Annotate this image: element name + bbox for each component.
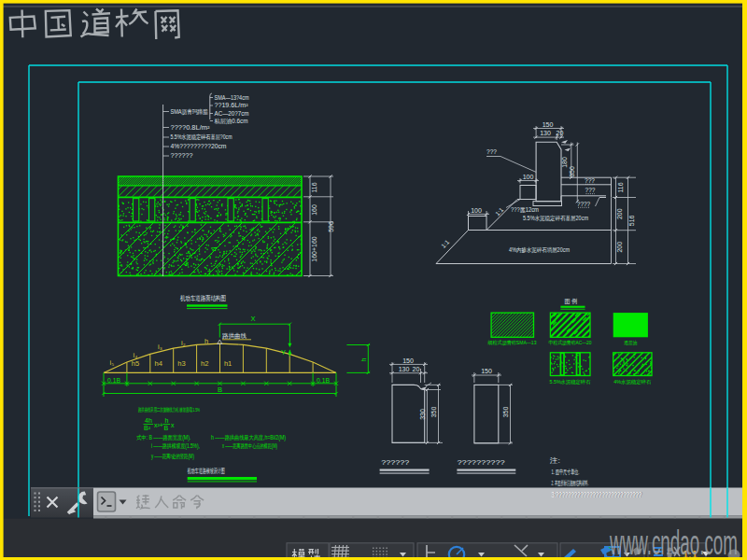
- svg-text:???: ???: [585, 177, 595, 184]
- svg-text:596: 596: [328, 221, 334, 232]
- svg-text:h ——路拱曲线最大高度,h=Bi/2(M): h ——路拱曲线最大高度,h=Bi/2(M): [211, 434, 286, 441]
- svg-text:机动车道路横坡设计图: 机动车道路横坡设计图: [188, 467, 225, 475]
- svg-text:Y: Y: [281, 348, 286, 357]
- svg-text:中粒式沥青砟AC—20: 中粒式沥青砟AC—20: [549, 340, 592, 346]
- svg-text:1. 图中尺寸单位.: 1. 图中尺寸单位.: [551, 469, 579, 476]
- svg-text:i₄: i₄: [134, 351, 138, 359]
- svg-text:AC—20?7cm: AC—20?7cm: [215, 110, 249, 117]
- svg-text:粘层油0.6cm: 粘层油0.6cm: [215, 118, 248, 125]
- svg-text:200: 200: [617, 208, 624, 219]
- svg-text:???厖12cm: ???厖12cm: [511, 206, 539, 214]
- svg-text:2. 本图所标注路面结构材料.: 2. 本图所标注路面结构材料.: [551, 479, 588, 487]
- svg-text:4%?????????20cm: 4%?????????20cm: [171, 143, 228, 149]
- svg-text:160: 160: [311, 204, 317, 216]
- svg-text:20: 20: [413, 366, 420, 372]
- svg-text:式中: B ——路面宽度(M).: 式中: B ——路面宽度(M).: [136, 434, 190, 441]
- svg-text:透层油: 透层油: [624, 340, 637, 346]
- svg-text:i₂: i₂: [181, 339, 186, 347]
- svg-text:B: B: [164, 425, 169, 431]
- svg-text:200: 200: [617, 242, 624, 253]
- svg-text:0.1B: 0.1B: [317, 377, 330, 384]
- svg-text:SMA沥青玛蹄脂: SMA沥青玛蹄脂: [171, 108, 208, 116]
- svg-text:x: x: [171, 422, 175, 428]
- svg-text:注:: 注:: [550, 456, 560, 465]
- svg-text:路拱曲线采用二次抛物线方程,横坡度i取1.5%: 路拱曲线采用二次抛物线方程,横坡度i取1.5%: [138, 406, 200, 413]
- svg-text:????0.8L/m²: ????0.8L/m²: [171, 124, 211, 131]
- svg-text:0.1B: 0.1B: [107, 377, 120, 384]
- svg-text:350: 350: [430, 407, 437, 418]
- svg-text:x²+: x²+: [154, 422, 163, 428]
- svg-text:3:????????????????????????????: 3:????????????????????????????: [551, 490, 641, 499]
- svg-text:350: 350: [569, 166, 575, 177]
- svg-text:h: h: [360, 357, 367, 361]
- svg-text:h: h: [165, 417, 169, 424]
- svg-text:??????: ??????: [381, 458, 410, 467]
- svg-text:机动车道路面结构图: 机动车道路面结构图: [180, 294, 226, 302]
- svg-text:100: 100: [471, 207, 482, 214]
- svg-text:www.cndao.com: www.cndao.com: [609, 524, 738, 560]
- svg-text:116: 116: [617, 182, 624, 192]
- svg-text:150: 150: [543, 121, 554, 128]
- svg-text:4h: 4h: [145, 417, 152, 424]
- svg-text:20: 20: [557, 130, 564, 136]
- svg-text:i₃: i₃: [158, 343, 162, 351]
- svg-text:330: 330: [419, 409, 426, 420]
- svg-text:150: 150: [402, 357, 414, 364]
- svg-text:116: 116: [311, 182, 317, 192]
- svg-text:h: h: [204, 337, 208, 345]
- svg-text:B: B: [218, 385, 222, 394]
- svg-text:i ——路拱横坡度(1.5%),: i ——路拱横坡度(1.5%),: [151, 442, 200, 450]
- svg-text:i₅: i₅: [110, 358, 115, 367]
- svg-text:??19.6L/m²: ??19.6L/m²: [215, 102, 249, 108]
- svg-text:??????????: ??????????: [457, 458, 505, 467]
- svg-text:???: ???: [486, 148, 497, 155]
- svg-text:y ——距离r处的竖距(M): y ——距离r处的竖距(M): [151, 453, 194, 460]
- svg-text:细粒式沥青砟SMA—13: 细粒式沥青砟SMA—13: [488, 340, 537, 346]
- svg-text:5.5%水泥稳定碎石基层20cm: 5.5%水泥稳定碎石基层20cm: [523, 215, 588, 222]
- svg-text:h3: h3: [177, 359, 185, 368]
- svg-text:h4: h4: [155, 359, 162, 368]
- svg-text:4%内掺水泥碎石埫层20cm: 4%内掺水泥碎石埫层20cm: [509, 246, 570, 254]
- svg-text:180: 180: [561, 157, 568, 168]
- svg-text:4%水泥稳定碎石: 4%水泥稳定碎石: [613, 379, 651, 385]
- svg-text:516: 516: [629, 215, 636, 226]
- svg-text:h2: h2: [201, 359, 208, 368]
- svg-text:350: 350: [502, 407, 509, 418]
- svg-text:路拱曲线: 路拱曲线: [222, 332, 247, 340]
- svg-text:X: X: [250, 315, 255, 323]
- svg-text:5.5%水泥稳定碎石: 5.5%水泥稳定碎石: [550, 379, 591, 385]
- svg-text:130: 130: [540, 130, 551, 136]
- svg-text:5.5%水泥稳定碎石基层?0cm: 5.5%水泥稳定碎石基层?0cm: [171, 133, 233, 141]
- svg-text:???: ???: [585, 187, 596, 193]
- svg-text:100: 100: [523, 174, 534, 180]
- svg-text:h5: h5: [132, 359, 139, 368]
- svg-text:????: ????: [577, 201, 591, 207]
- svg-text:图 例: 图 例: [565, 298, 578, 305]
- svg-text:SMA—13?4cm: SMA—13?4cm: [215, 94, 249, 101]
- svg-text:??????: ??????: [171, 152, 193, 159]
- svg-text:x ——距离路面中心点的横距(M): x ——距离路面中心点的横距(M): [222, 442, 277, 450]
- svg-text:150: 150: [481, 368, 492, 374]
- svg-text:h1: h1: [224, 359, 232, 368]
- svg-text:160+160: 160+160: [311, 236, 317, 262]
- svg-text:B²: B²: [144, 425, 151, 431]
- svg-text:130: 130: [399, 366, 410, 372]
